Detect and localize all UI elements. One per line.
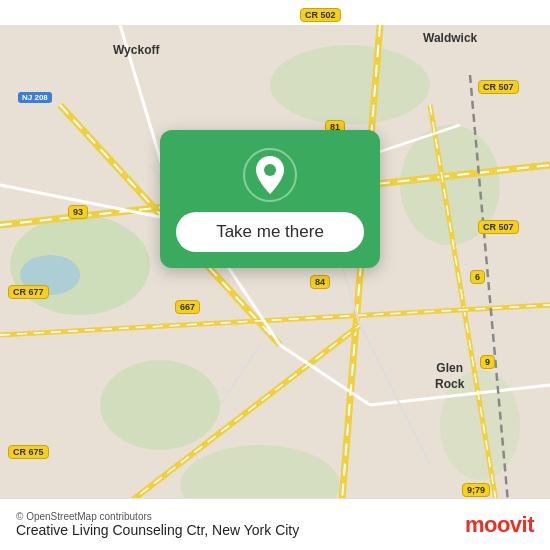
svg-point-37 (264, 164, 276, 176)
bottom-bar: © OpenStreetMap contributors Creative Li… (0, 498, 550, 550)
map-container: Wyckoff Waldwick GlenRock NJ 208 CR 502 … (0, 0, 550, 550)
moovit-label: moovit (465, 512, 534, 538)
location-pin-icon (243, 148, 297, 202)
cr507a-badge: CR 507 (478, 80, 519, 94)
cr502-badge: CR 502 (300, 8, 341, 22)
moovit-logo: moovit (465, 512, 534, 538)
nj208-badge: NJ 208 (18, 92, 52, 103)
location-name: Creative Living Counseling Ctr, New York… (16, 522, 299, 538)
action-card: Take me there (160, 130, 380, 268)
b6-badge: 6 (470, 270, 485, 284)
osm-credit: © OpenStreetMap contributors (16, 511, 299, 522)
b84-badge: 84 (310, 275, 330, 289)
cr675-badge: CR 675 (8, 445, 49, 459)
b9-79-badge: 9;79 (462, 483, 490, 497)
b93-badge: 93 (68, 205, 88, 219)
map-background (0, 0, 550, 550)
cr677-badge: CR 677 (8, 285, 49, 299)
glen-rock-label: GlenRock (432, 360, 467, 393)
svg-point-3 (270, 45, 430, 125)
wyckoff-label: Wyckoff (110, 42, 162, 58)
waldwick-label: Waldwick (420, 30, 480, 46)
b667-badge: 667 (175, 300, 200, 314)
take-me-there-button[interactable]: Take me there (176, 212, 364, 252)
svg-point-2 (100, 360, 220, 450)
cr507b-badge: CR 507 (478, 220, 519, 234)
b9-badge: 9 (480, 355, 495, 369)
bottom-info: © OpenStreetMap contributors Creative Li… (16, 511, 299, 538)
